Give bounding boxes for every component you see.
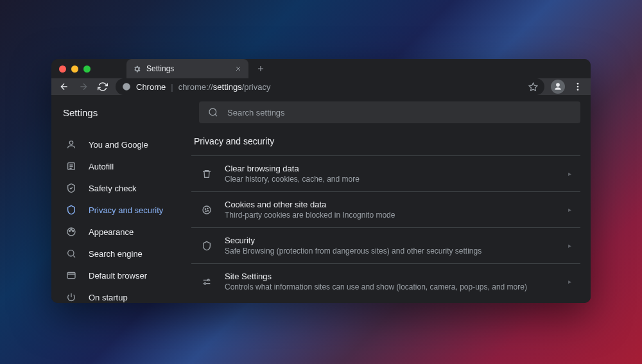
settings-header: Settings Search settings [51, 95, 591, 130]
settings-title: Settings [62, 107, 184, 118]
svg-point-18 [207, 210, 208, 211]
svg-point-15 [205, 209, 205, 209]
tune-icon [200, 277, 213, 287]
svg-point-2 [577, 83, 579, 85]
close-window-button[interactable] [59, 65, 66, 73]
close-tab-button[interactable] [234, 65, 242, 73]
url-origin: Chrome [136, 82, 166, 92]
svg-point-12 [68, 250, 74, 256]
sidebar-item-label: Appearance [89, 227, 134, 237]
sidebar-item-privacy-and-security[interactable]: Privacy and security [56, 199, 189, 221]
svg-point-14 [203, 206, 211, 214]
svg-point-17 [205, 211, 206, 211]
svg-point-0 [123, 83, 130, 91]
palette-icon [65, 227, 77, 237]
setting-row-title: Cookies and other site data [225, 200, 557, 209]
search-icon [65, 248, 77, 259]
browser-toolbar: Chrome | chrome://settings/privacy [51, 78, 591, 95]
sidebar-item-on-startup[interactable]: On startup [56, 286, 189, 303]
settings-search-input[interactable]: Search settings [199, 101, 580, 123]
bookmark-icon[interactable] [528, 82, 538, 92]
gear-icon [133, 65, 141, 73]
sidebar-item-label: Autofill [89, 162, 114, 171]
cookie-icon [200, 205, 213, 215]
sidebar-item-label: Privacy and security [89, 205, 163, 215]
address-bar[interactable]: Chrome | chrome://settings/privacy [116, 78, 544, 95]
browser-window: Settings Chrome | chrom [51, 59, 591, 303]
minimize-window-button[interactable] [71, 65, 78, 73]
sidebar-item-label: On startup [89, 293, 128, 302]
svg-point-19 [207, 279, 209, 281]
browser-icon [65, 270, 77, 281]
chevron-right-icon: ▸ [568, 206, 571, 213]
security-icon [200, 241, 213, 251]
profile-avatar-button[interactable] [551, 80, 565, 94]
setting-row-site-settings[interactable]: Site Settings Controls what information … [191, 263, 580, 299]
svg-point-4 [577, 89, 579, 91]
chevron-right-icon: ▸ [568, 242, 571, 249]
svg-point-10 [71, 229, 72, 230]
window-controls [59, 65, 91, 73]
back-button[interactable] [58, 80, 71, 93]
svg-point-11 [73, 230, 74, 232]
sidebar-item-label: Default browser [89, 271, 147, 281]
section-title: Privacy and security [191, 135, 580, 155]
settings-sidebar: You and Google Autofill Safety check Pri… [51, 130, 189, 303]
sidebar-item-safety-check[interactable]: Safety check [56, 177, 189, 199]
setting-row-title: Security [225, 236, 557, 245]
sidebar-item-default-browser[interactable]: Default browser [56, 264, 189, 286]
menu-button[interactable] [571, 80, 584, 93]
trash-icon [200, 169, 213, 179]
power-icon [65, 292, 77, 302]
setting-row-security[interactable]: Security Safe Browsing (protection from … [191, 227, 580, 263]
svg-point-20 [204, 282, 206, 284]
sidebar-item-label: Safety check [89, 184, 136, 193]
svg-marker-1 [529, 83, 537, 91]
sidebar-item-search-engine[interactable]: Search engine [56, 243, 189, 264]
autofill-icon [65, 161, 77, 171]
page-content: Settings Search settings You and Google … [51, 95, 591, 303]
forward-button[interactable] [77, 80, 90, 93]
setting-row-title: Site Settings [225, 272, 557, 281]
maximize-window-button[interactable] [83, 65, 91, 73]
chevron-right-icon: ▸ [568, 170, 571, 177]
svg-point-6 [69, 141, 73, 144]
tab-strip: Settings [51, 59, 591, 78]
chrome-page-icon [122, 82, 131, 91]
svg-point-5 [209, 108, 216, 116]
setting-row-subtitle: Safe Browsing (protection from dangerous… [225, 247, 557, 256]
setting-row-clear-browsing-data[interactable]: Clear browsing data Clear history, cooki… [191, 155, 580, 191]
svg-rect-13 [67, 272, 75, 278]
sidebar-item-appearance[interactable]: Appearance [56, 221, 189, 243]
setting-row-subtitle: Controls what information sites can use … [225, 282, 557, 291]
setting-row-cookies[interactable]: Cookies and other site data Third-party … [191, 191, 580, 227]
svg-point-16 [207, 208, 208, 209]
new-tab-button[interactable] [256, 64, 265, 73]
setting-row-title: Clear browsing data [225, 164, 557, 173]
settings-main-pane: Privacy and security Clear browsing data… [189, 130, 591, 303]
tab-title: Settings [146, 64, 174, 73]
chevron-right-icon: ▸ [568, 278, 571, 285]
svg-point-3 [577, 86, 579, 88]
setting-row-subtitle: Third-party cookies are blocked in Incog… [225, 211, 557, 220]
setting-row-subtitle: Clear history, cookies, cache, and more [225, 175, 557, 184]
sidebar-item-label: You and Google [89, 140, 148, 150]
svg-point-9 [69, 230, 70, 232]
sidebar-item-autofill[interactable]: Autofill [56, 155, 189, 177]
search-placeholder: Search settings [227, 108, 285, 117]
search-icon [208, 107, 218, 117]
url-path: chrome://settings/privacy [178, 82, 271, 92]
safety-check-icon [65, 183, 77, 193]
browser-tab[interactable]: Settings [126, 59, 248, 78]
person-icon [65, 139, 77, 150]
reload-button[interactable] [96, 80, 109, 93]
sidebar-item-label: Search engine [89, 249, 143, 259]
sidebar-item-you-and-google[interactable]: You and Google [56, 134, 189, 155]
shield-icon [65, 205, 77, 215]
